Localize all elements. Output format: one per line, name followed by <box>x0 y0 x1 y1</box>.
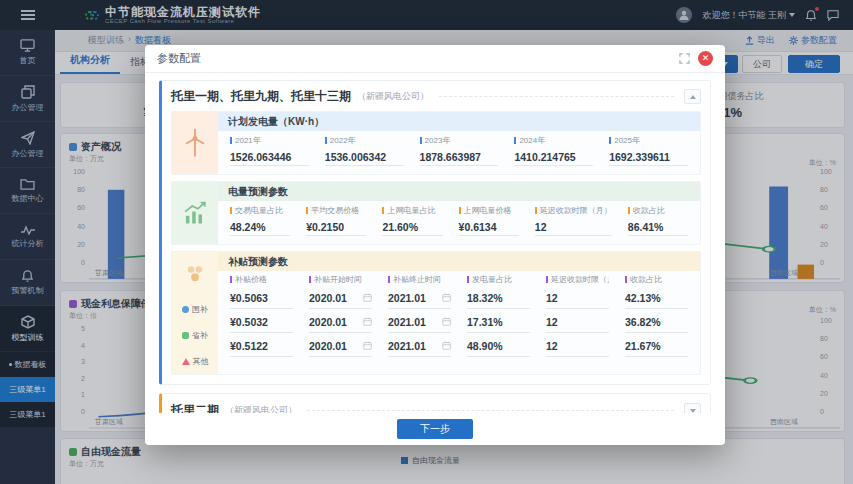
block-title: 计划发电量（KW·h） <box>218 112 700 131</box>
modal-body: 托里一期、托里九期、托里十三期 （新疆风电公司） 计划发电量（KW·h） <box>145 73 725 413</box>
block-icon-col: 国补 省补 其他 <box>172 252 218 374</box>
field-collect-ratio: 收款占比 86.41% <box>628 205 688 236</box>
field-2021: 2021年 1526.063446 <box>230 135 309 166</box>
guobu-collect-input[interactable]: 42.13% <box>625 287 688 309</box>
guobu-end-input[interactable]: 2021.01 <box>388 287 451 309</box>
group-title: 托里一期、托里九期、托里十三期 <box>171 88 351 105</box>
modal-title: 参数配置 <box>157 51 201 66</box>
project-group-1: 托里一期、托里九期、托里十三期 （新疆风电公司） 计划发电量（KW·h） <box>159 80 711 385</box>
guobu-icon <box>182 306 189 313</box>
calendar-icon[interactable] <box>363 340 372 352</box>
column-header: 收款占比 <box>625 274 688 285</box>
field-avg-price: 平均交易价格 ¥0.2150 <box>306 205 366 236</box>
group-company: （新疆风电公司） <box>225 404 297 413</box>
next-step-button[interactable]: 下一步 <box>397 419 473 439</box>
group-company: （新疆风电公司） <box>357 90 429 103</box>
field-input[interactable]: 86.41% <box>628 218 688 236</box>
block-icon-col <box>172 112 218 174</box>
subsidy-icon <box>182 261 208 287</box>
field-delay-months: 延迟收款时限（月） 12 <box>535 205 612 236</box>
guobu-price-input[interactable]: ¥0.5063 <box>230 287 293 309</box>
calendar-icon[interactable] <box>442 292 451 304</box>
field-input[interactable]: 1536.006342 <box>325 148 404 166</box>
calendar-icon[interactable] <box>442 316 451 328</box>
guobu-delay-input[interactable]: 12 <box>546 287 609 309</box>
column-header: 发电量占比 <box>467 274 530 285</box>
shengbu-delay-input[interactable]: 12 <box>546 311 609 333</box>
screen: 首页 办公管理 办公管理 数据中心 统计分析 预警机制 模型训练 <box>0 0 853 484</box>
field-input[interactable]: 1878.663987 <box>420 148 499 166</box>
column-header: 补贴价格 <box>230 274 293 285</box>
qita-gen-input[interactable]: 48.90% <box>467 335 530 357</box>
column-header: 延迟收款时限（月） <box>546 274 609 285</box>
column-header: 补贴终止时间 <box>388 274 451 285</box>
row-label-shengbu: 省补 <box>182 322 208 348</box>
column-header: 补贴开始时间 <box>309 274 372 285</box>
field-2024: 2024年 1410.214765 <box>514 135 593 166</box>
calendar-icon[interactable] <box>442 340 451 352</box>
field-grid-price: 上网电量价格 ¥0.6134 <box>459 205 519 236</box>
calendar-icon[interactable] <box>363 316 372 328</box>
shengbu-end-input[interactable]: 2021.01 <box>388 311 451 333</box>
modal-footer: 下一步 <box>145 413 725 445</box>
guobu-gen-input[interactable]: 18.32% <box>467 287 530 309</box>
shengbu-collect-input[interactable]: 36.82% <box>625 311 688 333</box>
block-icon-col <box>172 182 218 244</box>
shengbu-start-input[interactable]: 2020.01 <box>309 311 372 333</box>
chevron-up-icon <box>690 95 696 99</box>
block-title: 补贴预测参数 <box>218 252 700 271</box>
power-forecast-block: 电量预测参数 交易电量占比 48.24% 平均交易价格 ¥0.2150 <box>171 181 701 245</box>
collapse-button[interactable] <box>684 89 701 104</box>
field-grid-ratio: 上网电量占比 21.60% <box>382 205 442 236</box>
row-label-guobu: 国补 <box>182 296 208 322</box>
field-2025: 2025年 1692.339611 <box>609 135 688 166</box>
wind-turbine-icon <box>180 126 210 160</box>
field-input[interactable]: 1526.063446 <box>230 148 309 166</box>
calendar-icon[interactable] <box>363 292 372 304</box>
plan-generation-block: 计划发电量（KW·h） 2021年 1526.063446 2022年 1536… <box>171 111 701 175</box>
close-button[interactable]: ✕ <box>698 51 713 66</box>
block-title: 电量预测参数 <box>218 182 700 201</box>
field-input[interactable]: 48.24% <box>230 218 290 236</box>
qita-icon <box>182 358 190 365</box>
group-title: 托里二期 <box>171 402 219 413</box>
divider <box>439 96 674 97</box>
qita-price-input[interactable]: ¥0.5122 <box>230 335 293 357</box>
project-group-2: 托里二期 （新疆风电公司） <box>159 393 711 413</box>
field-trade-ratio: 交易电量占比 48.24% <box>230 205 290 236</box>
field-2023: 2023年 1878.663987 <box>420 135 499 166</box>
fullscreen-button[interactable] <box>679 53 690 64</box>
divider <box>307 410 674 411</box>
guobu-start-input[interactable]: 2020.01 <box>309 287 372 309</box>
shengbu-icon <box>182 332 189 339</box>
field-input[interactable]: 1692.339611 <box>609 148 688 166</box>
subsidy-forecast-block: 国补 省补 其他 补贴预测参数 补贴价格 补贴开始时间 补贴终止时间 发电量占比… <box>171 251 701 375</box>
field-input[interactable]: ¥0.6134 <box>459 218 519 236</box>
shengbu-gen-input[interactable]: 17.31% <box>467 311 530 333</box>
expand-icon <box>679 53 690 64</box>
field-input[interactable]: 21.60% <box>382 218 442 236</box>
qita-delay-input[interactable]: 12 <box>546 335 609 357</box>
field-input[interactable]: 12 <box>535 218 612 236</box>
chevron-down-icon <box>690 409 696 413</box>
modal-header: 参数配置 ✕ <box>145 45 725 73</box>
row-label-qita: 其他 <box>182 348 209 374</box>
expand-group-button[interactable] <box>684 403 701 413</box>
growth-chart-icon <box>181 199 209 227</box>
qita-end-input[interactable]: 2021.01 <box>388 335 451 357</box>
params-config-modal: 参数配置 ✕ 托里一期、托里九期、托里十三期 （新疆风电公司） <box>145 45 725 445</box>
field-input[interactable]: 1410.214765 <box>514 148 593 166</box>
shengbu-price-input[interactable]: ¥0.5032 <box>230 311 293 333</box>
field-2022: 2022年 1536.006342 <box>325 135 404 166</box>
field-input[interactable]: ¥0.2150 <box>306 218 366 236</box>
qita-collect-input[interactable]: 21.67% <box>625 335 688 357</box>
qita-start-input[interactable]: 2020.01 <box>309 335 372 357</box>
